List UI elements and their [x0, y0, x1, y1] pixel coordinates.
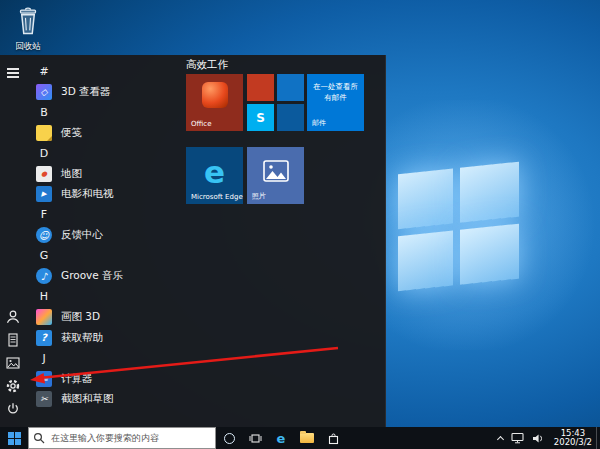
settings-button[interactable]: [0, 376, 26, 396]
3d-viewer-icon: ◇: [36, 84, 52, 100]
sticky-notes-icon: [36, 125, 52, 141]
tile-small-4[interactable]: [277, 104, 304, 131]
app-item-paint-3d[interactable]: 画图 3D: [26, 307, 184, 328]
tile-small-2[interactable]: [277, 74, 304, 101]
taskbar-clock[interactable]: 15:43 2020/3/2: [550, 427, 596, 449]
tile-label: Office: [191, 120, 211, 128]
start-menu-rail: [0, 55, 26, 427]
app-label: Groove 音乐: [61, 269, 123, 283]
windows-logo-wallpaper: [398, 162, 519, 292]
search-icon: [33, 432, 45, 444]
gear-icon: [5, 378, 21, 394]
app-label: 3D 查看器: [61, 85, 111, 99]
feedback-hub-icon: ☺: [36, 227, 52, 243]
app-list-section[interactable]: J: [26, 348, 184, 369]
pictures-button[interactable]: [0, 353, 26, 373]
movies-tv-icon: ▶: [36, 186, 52, 202]
recycle-bin[interactable]: 回收站: [6, 6, 50, 53]
app-item-sticky-notes[interactable]: 便笺: [26, 123, 184, 144]
app-label: 电影和电视: [61, 187, 114, 201]
show-desktop-button[interactable]: [596, 427, 600, 449]
network-icon[interactable]: [511, 432, 524, 444]
power-icon: [5, 401, 21, 417]
recycle-bin-label: 回收站: [6, 41, 50, 53]
app-item-snip-sketch[interactable]: ✂ 截图和草图: [26, 389, 184, 410]
tile-small-skype[interactable]: S: [247, 104, 274, 131]
snip-sketch-icon: ✂: [36, 391, 52, 407]
tile-photos[interactable]: 照片: [247, 147, 304, 204]
screen: 回收站: [0, 0, 600, 449]
task-view-icon: [249, 432, 262, 445]
tile-label: 照片: [252, 191, 266, 201]
pictures-icon: [5, 355, 21, 371]
app-label: 计算器: [61, 372, 93, 386]
windows-logo-icon: [8, 432, 21, 445]
groove-music-icon: ♪: [36, 268, 52, 284]
tray-expand-icon[interactable]: [497, 435, 504, 442]
store-button[interactable]: [320, 427, 346, 449]
tile-small-1[interactable]: [247, 74, 274, 101]
start-button[interactable]: [0, 427, 28, 449]
store-bag-icon: [327, 431, 340, 445]
office-logo-icon: [202, 82, 228, 108]
app-list-section[interactable]: B: [26, 102, 184, 123]
search-input[interactable]: [49, 432, 211, 444]
task-view-button[interactable]: [242, 427, 268, 449]
section-letter: H: [36, 290, 52, 303]
documents-button[interactable]: [0, 330, 26, 350]
app-item-get-help[interactable]: ? 获取帮助: [26, 328, 184, 349]
photos-icon: [263, 160, 289, 182]
tile-office[interactable]: Office: [186, 74, 243, 131]
taskbar-edge-button[interactable]: e: [268, 427, 294, 449]
app-list-section[interactable]: G: [26, 246, 184, 267]
paint-3d-icon: [36, 309, 52, 325]
app-item-feedback-hub[interactable]: ☺ 反馈中心: [26, 225, 184, 246]
mail-tile-caption: 在一处查看所有邮件: [307, 74, 364, 104]
app-item-3d-viewer[interactable]: ◇ 3D 查看器: [26, 82, 184, 103]
maps-icon: ●: [36, 166, 52, 182]
file-explorer-button[interactable]: [294, 427, 320, 449]
user-account-button[interactable]: [0, 307, 26, 327]
taskbar-search[interactable]: [28, 427, 216, 449]
app-label: 反馈中心: [61, 228, 103, 242]
tile-label: 邮件: [312, 118, 326, 128]
app-list-section[interactable]: H: [26, 287, 184, 308]
app-label: 地图: [61, 167, 82, 181]
app-list: # ◇ 3D 查看器 B 便笺 D ● 地图 ▶ 电影和电视 F ☺ 反馈中: [26, 61, 184, 410]
taskbar: e 15:43 2020/3/2: [0, 427, 600, 449]
app-label: 便笺: [61, 126, 82, 140]
app-item-movies-tv[interactable]: ▶ 电影和电视: [26, 184, 184, 205]
app-list-section[interactable]: D: [26, 143, 184, 164]
cortana-icon: [224, 433, 235, 444]
tile-label: Microsoft Edge: [191, 193, 243, 201]
power-button[interactable]: [0, 399, 26, 419]
start-menu: # ◇ 3D 查看器 B 便笺 D ● 地图 ▶ 电影和电视 F ☺ 反馈中: [0, 55, 386, 427]
get-help-icon: ?: [36, 330, 52, 346]
recycle-bin-icon: [15, 6, 41, 36]
app-list-section[interactable]: #: [26, 61, 184, 82]
app-item-maps[interactable]: ● 地图: [26, 164, 184, 185]
skype-logo-icon: S: [256, 111, 265, 125]
app-item-groove-music[interactable]: ♪ Groove 音乐: [26, 266, 184, 287]
volume-icon[interactable]: [532, 433, 544, 444]
section-letter: F: [36, 208, 52, 221]
edge-logo-icon: e: [186, 147, 243, 196]
app-list-section[interactable]: F: [26, 205, 184, 226]
hamburger-icon: [7, 68, 19, 78]
document-icon: [5, 332, 21, 348]
tile-edge[interactable]: e Microsoft Edge: [186, 147, 243, 204]
tile-group-title[interactable]: 高效工作: [186, 58, 228, 72]
folder-icon: [300, 433, 314, 443]
tile-mail[interactable]: 在一处查看所有邮件 邮件: [307, 74, 364, 131]
app-label: 获取帮助: [61, 331, 103, 345]
section-letter: #: [36, 65, 52, 78]
menu-expand-button[interactable]: [0, 63, 26, 83]
clock-date: 2020/3/2: [554, 438, 592, 447]
taskbar-spacer: [346, 427, 492, 449]
cortana-button[interactable]: [216, 427, 242, 449]
app-label: 画图 3D: [61, 310, 100, 324]
edge-icon: e: [277, 432, 286, 445]
section-letter: B: [36, 106, 52, 119]
app-item-calculator[interactable]: = 计算器: [26, 369, 184, 390]
section-letter: G: [36, 249, 52, 262]
